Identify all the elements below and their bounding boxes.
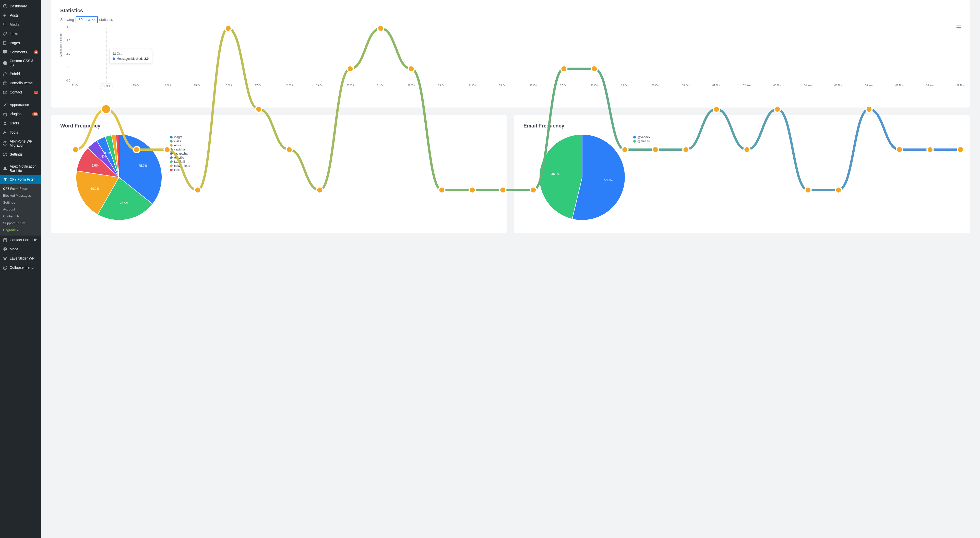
sidebar-item-posts[interactable]: Posts bbox=[0, 11, 41, 20]
sidebar-item-tools[interactable]: Tools bbox=[0, 128, 41, 137]
x-tick: 26 Oct bbox=[530, 84, 537, 87]
media-icon bbox=[3, 22, 8, 27]
sidebar-item-badge: 4 bbox=[34, 50, 38, 54]
sidebar-item-cf7-form-filter[interactable]: CF7 Form Filter bbox=[0, 175, 41, 184]
sidebar-item-settings[interactable]: Settings bbox=[0, 150, 41, 159]
y-tick: 4.0 bbox=[67, 25, 70, 29]
sidebar-item-badge: 16 bbox=[32, 112, 38, 116]
sidebar-item-comments[interactable]: Comments4 bbox=[0, 48, 41, 57]
svg-point-25 bbox=[347, 66, 353, 72]
x-tick: 24 Oct bbox=[469, 84, 476, 87]
sidebar-item-appearance[interactable]: Appearance bbox=[0, 100, 41, 110]
sidebar-sub-blocked-messages[interactable]: Blocked Messages bbox=[0, 192, 41, 199]
wrench-icon bbox=[3, 130, 8, 135]
svg-point-45 bbox=[958, 146, 964, 153]
svg-rect-12 bbox=[6, 155, 7, 156]
sidebar-item-users[interactable]: Users bbox=[0, 119, 41, 128]
contact-icon bbox=[3, 90, 8, 95]
svg-point-40 bbox=[805, 187, 811, 193]
sidebar-item-enfold[interactable]: Enfold bbox=[0, 70, 41, 79]
sidebar-item-label: Users bbox=[10, 121, 38, 126]
showing-pre-label: Showing bbox=[60, 18, 74, 22]
link-icon bbox=[3, 31, 8, 36]
sidebar-item-all-in-one-wp-migration[interactable]: All-in-One WP Migration bbox=[0, 137, 41, 150]
x-tick: 08 Nov bbox=[926, 84, 934, 87]
sidebar-item-contact-form-db[interactable]: Contact Form DB bbox=[0, 236, 41, 245]
svg-point-37 bbox=[713, 106, 719, 112]
svg-point-29 bbox=[469, 187, 476, 193]
portfolio-icon bbox=[3, 81, 8, 86]
sidebar-item-contact[interactable]: Contact1 bbox=[0, 88, 41, 97]
sidebar-item-layerslider-wp[interactable]: LayerSlider WP bbox=[0, 254, 41, 263]
sidebar-item-label: All-in-One WP Migration bbox=[10, 139, 38, 148]
sidebar-item-maps[interactable]: Maps bbox=[0, 245, 41, 254]
svg-point-26 bbox=[378, 25, 384, 32]
sidebar-item-label: Custom CSS & JS bbox=[10, 59, 38, 67]
sidebar-item-media[interactable]: Media bbox=[0, 20, 41, 29]
statistics-panel: Statistics Showing 30 days statistics Me… bbox=[51, 0, 970, 108]
sidebar-item-apex-notification-bar-lite[interactable]: Apex Notification Bar Lite bbox=[0, 162, 41, 175]
svg-point-23 bbox=[286, 146, 293, 153]
line-chart-plot[interactable]: 12 Oct Messages blocked: 2.0 bbox=[76, 29, 961, 82]
sidebar-sub-support-forum[interactable]: Support Forum bbox=[0, 220, 41, 227]
line-chart: Messages blocked 0.01.02.03.04.0 12 Oct … bbox=[68, 29, 961, 100]
map-icon bbox=[3, 247, 8, 252]
x-tick: 23 Oct bbox=[438, 84, 445, 87]
x-tick: 25 Oct bbox=[499, 84, 507, 87]
sidebar-item-label: Enfold bbox=[10, 72, 38, 76]
sidebar-item-label: Plugins bbox=[10, 112, 29, 116]
pin-icon bbox=[3, 13, 8, 18]
svg-point-7 bbox=[4, 122, 6, 123]
x-tick: 04 Nov bbox=[804, 84, 812, 87]
sidebar-item-links[interactable]: Links bbox=[0, 29, 41, 38]
svg-point-21 bbox=[225, 25, 231, 32]
svg-point-36 bbox=[683, 146, 689, 153]
sidebar-sub-contact-us[interactable]: Contact Us bbox=[0, 213, 41, 220]
x-tick: 01 Nov bbox=[713, 84, 721, 87]
x-tick: 02 Nov bbox=[743, 84, 751, 87]
plugin-icon bbox=[3, 111, 8, 117]
x-tick: 20 Oct bbox=[347, 84, 354, 87]
tooltip-series-label: Messages blocked: bbox=[117, 57, 143, 60]
sidebar-item-label: Dashboard bbox=[10, 4, 38, 8]
period-selector[interactable]: 30 days bbox=[76, 16, 98, 23]
migrate-icon bbox=[3, 141, 8, 146]
sidebar-item-label: Comments bbox=[10, 50, 31, 54]
svg-point-18 bbox=[134, 146, 140, 153]
chart-tooltip: 12 Oct Messages blocked: 2.0 bbox=[109, 49, 152, 64]
sidebar-item-label: Media bbox=[10, 22, 38, 27]
x-tick: 11 Oct bbox=[72, 84, 79, 87]
x-tick: 12 Oct bbox=[100, 84, 112, 89]
x-tick: 19 Oct bbox=[316, 84, 323, 87]
sidebar-item-collapse-menu[interactable]: Collapse menu bbox=[0, 263, 41, 272]
sidebar-item-custom-css-js[interactable]: Custom CSS & JS bbox=[0, 57, 41, 70]
sidebar-submenu: CF7 Form FilterBlocked MessagesSettingsA… bbox=[0, 184, 41, 236]
svg-point-35 bbox=[652, 146, 659, 153]
x-tick: 07 Nov bbox=[896, 84, 904, 87]
svg-point-13 bbox=[3, 238, 6, 239]
main-content: Statistics Showing 30 days statistics Me… bbox=[41, 0, 980, 538]
x-tick: 18 Oct bbox=[285, 84, 293, 87]
svg-point-15 bbox=[3, 266, 7, 269]
home-icon bbox=[3, 72, 8, 76]
brush-icon bbox=[3, 102, 8, 108]
collapse-icon bbox=[3, 265, 8, 270]
svg-point-30 bbox=[500, 187, 506, 193]
sidebar-item-label: Pages bbox=[10, 41, 38, 45]
y-tick: 3.0 bbox=[67, 39, 70, 42]
sidebar-item-plugins[interactable]: Plugins16 bbox=[0, 110, 41, 119]
sidebar-sub-upgrade[interactable]: Upgrade bbox=[0, 227, 41, 234]
stats-title: Statistics bbox=[60, 8, 961, 14]
sidebar-item-portfolio-items[interactable]: Portfolio Items bbox=[0, 79, 41, 88]
sidebar-item-pages[interactable]: Pages bbox=[0, 38, 41, 48]
sidebar-item-label: Appearance bbox=[10, 103, 38, 107]
sidebar-sub-account[interactable]: Account bbox=[0, 206, 41, 213]
page-icon bbox=[3, 40, 8, 46]
svg-point-32 bbox=[561, 66, 567, 72]
sidebar-sub-settings[interactable]: Settings bbox=[0, 199, 41, 206]
sidebar-sub-cf7-form-filter[interactable]: CF7 Form Filter bbox=[0, 185, 41, 192]
sidebar-item-dashboard[interactable]: Dashboard bbox=[0, 2, 41, 11]
svg-point-42 bbox=[866, 106, 872, 112]
period-value: 30 days bbox=[79, 18, 91, 22]
svg-point-22 bbox=[256, 106, 262, 112]
